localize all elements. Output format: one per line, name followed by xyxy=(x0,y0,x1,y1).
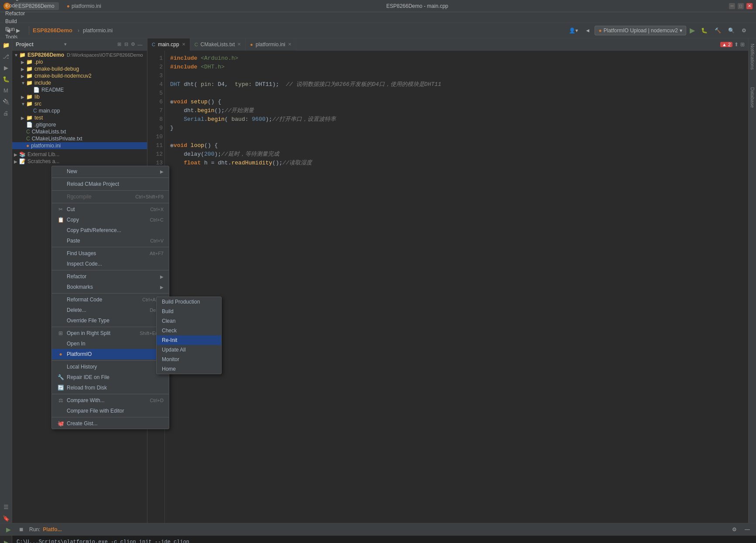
ctx-delete[interactable]: Delete... Delete xyxy=(52,305,169,315)
sidebar-icon-platformio[interactable]: 🔌 xyxy=(1,97,11,106)
run-label: Run: xyxy=(29,526,40,533)
close-button[interactable]: ✕ xyxy=(746,3,753,9)
ctx-bookmarks[interactable]: Bookmarks ▶ xyxy=(52,282,169,292)
tree-item-src[interactable]: ▼ 📁 src xyxy=(12,100,147,107)
tree-item-include[interactable]: ▼ 📁 include xyxy=(12,79,147,86)
database-label[interactable]: Database xyxy=(750,87,755,108)
tree-item-test[interactable]: ▶ 📁 test xyxy=(12,114,147,121)
ctx-inspect[interactable]: Inspect Code... xyxy=(52,259,169,269)
split-editor-btn[interactable]: ⊞ xyxy=(740,41,745,48)
tab-cmakelists[interactable]: C CMakeLists.txt ✕ xyxy=(190,38,246,51)
tree-item-pio[interactable]: ▶ 📁 .pio xyxy=(12,58,147,65)
ctx-paste[interactable]: Paste Ctrl+V xyxy=(52,236,169,246)
ctx-local-history[interactable]: Local History ▶ xyxy=(52,362,169,372)
pio-clean[interactable]: Clean xyxy=(157,316,221,326)
tree-item-lib[interactable]: ▶ 📁 lib xyxy=(12,93,147,100)
ctx-copy-path[interactable]: Copy Path/Reference... xyxy=(52,225,169,236)
tree-item-cmake-nodem[interactable]: ▶ 📁 cmake-build-nodemcuv2 xyxy=(12,72,147,79)
sidebar-icon-bookmarks[interactable]: 🔖 xyxy=(1,513,11,523)
pio-home-label: Home xyxy=(162,366,176,372)
sidebar-icon-commits[interactable]: ⎇ xyxy=(1,51,11,61)
ctx-copy[interactable]: 📋 Copy Ctrl+C xyxy=(52,215,169,225)
back-nav-button[interactable]: ◄ xyxy=(582,26,593,35)
ctx-new[interactable]: New ▶ xyxy=(52,166,169,177)
back-button[interactable]: ◀ xyxy=(3,26,13,35)
pio-monitor[interactable]: Monitor xyxy=(157,355,221,364)
ctx-copy-path-icon xyxy=(57,227,64,234)
panel-hide-button[interactable]: — xyxy=(137,41,144,48)
minimize-button[interactable]: ─ xyxy=(729,3,735,9)
tree-item-platformio-ini[interactable]: ▶ ● platformio.ini xyxy=(12,142,147,149)
pio-update-all[interactable]: Update All xyxy=(157,345,221,355)
ctx-open-in[interactable]: Open In ▶ xyxy=(52,338,169,349)
expand-editor-btn[interactable]: ⬆ xyxy=(734,41,739,48)
build-button[interactable]: 🔨 xyxy=(712,26,724,35)
panel-gear-button[interactable]: ⚙ xyxy=(130,41,137,48)
ctx-refactor[interactable]: Refactor ▶ xyxy=(52,271,169,282)
left-sidebar-icons: 📁 ⎇ ▶ 🐛 M 🔌 🖨 ☰ 🔖 xyxy=(0,38,12,523)
pio-home[interactable]: Home xyxy=(157,364,221,374)
pio-reinit[interactable]: Re-Init xyxy=(157,335,221,345)
sidebar-icon-project[interactable]: 📁 xyxy=(1,40,11,50)
tree-item-cmakelists[interactable]: ▶ C CMakeLists.txt xyxy=(12,128,147,135)
menu-item-refactor[interactable]: Refactor xyxy=(2,10,29,17)
tree-item-cmakelistsprivate[interactable]: ▶ C CMakeListsPrivate.txt xyxy=(12,135,147,142)
vcs-button[interactable]: 👤▾ xyxy=(566,26,581,35)
ctx-bookmarks-icon xyxy=(57,283,64,290)
sidebar-icon-structure[interactable]: ☰ xyxy=(1,502,11,512)
ctx-compare-editor[interactable]: Compare File with Editor xyxy=(52,406,169,416)
ctx-reformat[interactable]: Reformat Code Ctrl+Alt+L xyxy=(52,294,169,305)
tree-root[interactable]: ▼ 📁 ESP8266Demo D:\Workspaces\IOT\ESP826… xyxy=(12,51,147,58)
menu-item-code[interactable]: Code xyxy=(2,2,29,10)
tree-item-cmake-debug[interactable]: ▶ 📁 cmake-build-debug xyxy=(12,65,147,72)
terminal-minimize-btn[interactable]: — xyxy=(742,525,753,534)
sidebar-icon-print[interactable]: 🖨 xyxy=(1,108,11,118)
tab-ini-close[interactable]: ✕ xyxy=(288,42,291,47)
tree-item-scratches[interactable]: ▶ 📝 Scratches a... xyxy=(12,158,147,165)
run-button[interactable]: ▶ xyxy=(688,25,697,35)
ctx-platformio[interactable]: ● PlatformIO ▶ xyxy=(52,349,169,359)
settings-button[interactable]: ⚙ xyxy=(739,26,749,35)
ctx-cut[interactable]: ✂ Cut Ctrl+X xyxy=(52,204,169,215)
notifications-label[interactable]: Notifications xyxy=(750,44,755,70)
pio-build-production[interactable]: Build Production xyxy=(157,297,221,307)
panel-expand-button[interactable]: ⊞ xyxy=(116,41,123,48)
terminal-settings-btn[interactable]: ⚙ xyxy=(729,525,739,534)
tab-cmakelists-close[interactable]: ✕ xyxy=(237,42,241,47)
sidebar-icon-maven[interactable]: M xyxy=(1,85,11,95)
sidebar-icon-run[interactable]: ▶ xyxy=(1,63,11,72)
tab-cpp-icon: C xyxy=(152,42,155,47)
panel-collapse-button[interactable]: ⊟ xyxy=(123,41,130,48)
forward-button[interactable]: ▶ xyxy=(14,26,23,35)
tree-item-readme[interactable]: ▶ 📄 README xyxy=(12,86,147,93)
tab-platformio-ini[interactable]: ● platformio.ini ✕ xyxy=(246,38,296,51)
tree-item-external-lib[interactable]: ▶ 📚 External Lib... xyxy=(12,151,147,158)
maximize-button[interactable]: □ xyxy=(738,3,744,9)
terminal-content: C:\U...Scripts\platformio.exe -c clion i… xyxy=(12,536,756,543)
tab-maincpp[interactable]: C main.cpp ✕ xyxy=(147,38,190,51)
terminal-run-button[interactable]: ▶ xyxy=(3,525,14,534)
ctx-override-filetype[interactable]: Override File Type xyxy=(52,315,169,326)
menu-item-build[interactable]: Build xyxy=(2,17,29,25)
ctx-open-right-split[interactable]: ⊞ Open in Right Split Shift+Enter xyxy=(52,328,169,338)
terminal-stop-button[interactable]: ⏹ xyxy=(16,525,27,534)
code-content[interactable]: #include <Arduino.h> #include <DHT.h> DH… xyxy=(165,51,748,523)
debug-button[interactable]: 🐛 xyxy=(698,26,710,35)
tree-item-gitignore[interactable]: ▶ 📄 .gitignore xyxy=(12,121,147,128)
code-area[interactable]: 1 2 3 4 5 6 7 8 9 10 11 12 13 #include <… xyxy=(147,51,748,523)
tree-item-maincpp[interactable]: ▶ C main.cpp xyxy=(12,107,147,114)
pio-check[interactable]: Check xyxy=(157,326,221,335)
ctx-reload-disk[interactable]: 🔄 Reload from Disk xyxy=(52,382,169,393)
tab-maincpp-close[interactable]: ✕ xyxy=(182,42,185,47)
platform-upload-button[interactable]: ● PlatformIO Upload | nodemcuv2 ▾ xyxy=(595,26,686,35)
sidebar-icon-debug[interactable]: 🐛 xyxy=(1,74,11,84)
ctx-repair-ide[interactable]: 🔧 Repair IDE on File xyxy=(52,372,169,382)
ctx-create-gist[interactable]: 🐙 Create Gist... xyxy=(52,418,169,429)
search-button[interactable]: 🔍 xyxy=(725,26,737,35)
run-left-icon-1[interactable]: ▶ xyxy=(1,537,11,543)
ctx-compare-with[interactable]: ⚖ Compare With... Ctrl+D xyxy=(52,395,169,406)
ctx-find-usages[interactable]: Find Usages Alt+F7 xyxy=(52,248,169,259)
ctx-reload-cmake[interactable]: Reload CMake Project xyxy=(52,179,169,189)
file-tab[interactable]: ● platformio.ini xyxy=(62,2,106,10)
pio-build[interactable]: Build xyxy=(157,307,221,316)
